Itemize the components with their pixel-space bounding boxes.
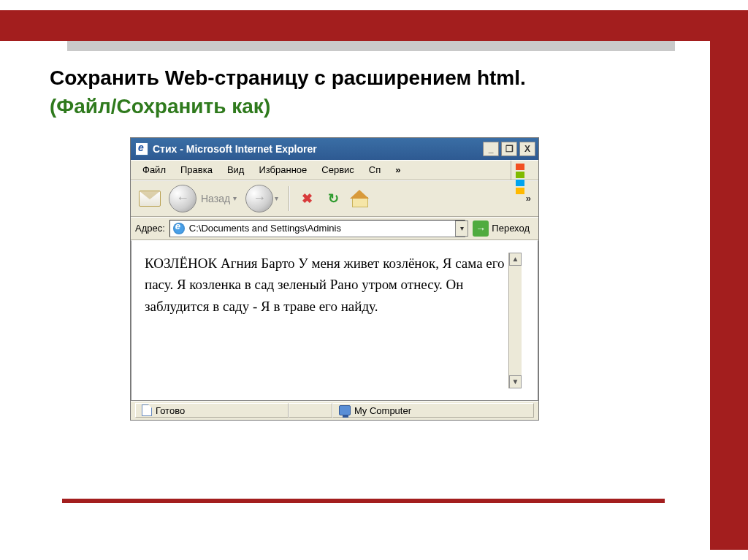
forward-arrow-icon[interactable]: → xyxy=(245,185,273,212)
refresh-icon: ↻ xyxy=(328,191,339,207)
window-titlebar[interactable]: Стих - Microsoft Internet Explorer _ ❐ X xyxy=(131,138,538,160)
status-zone-text: My Computer xyxy=(354,405,411,416)
scroll-up-icon[interactable]: ▲ xyxy=(509,253,522,266)
back-label: Назад xyxy=(198,193,232,204)
close-button[interactable]: X xyxy=(519,142,535,156)
page-viewport: КОЗЛЁНОК Агния Барто У меня живет козлён… xyxy=(131,240,538,401)
back-dropdown-icon[interactable]: ▾ xyxy=(233,194,241,202)
bottom-divider-bar xyxy=(62,499,665,503)
menu-file[interactable]: Файл xyxy=(135,161,173,178)
slide-subtitle: (Файл/Сохранить как) xyxy=(50,95,692,118)
title-underline-shelf xyxy=(67,41,675,51)
home-button[interactable] xyxy=(348,188,370,210)
window-buttons: _ ❐ X xyxy=(483,142,535,156)
windows-flag-icon xyxy=(511,161,538,180)
back-arrow-icon[interactable]: ← xyxy=(169,185,196,212)
address-value: C:\Documents and Settings\Adminis xyxy=(189,223,341,234)
go-button[interactable]: → Переход xyxy=(473,220,534,237)
address-input[interactable]: C:\Documents and Settings\Adminis xyxy=(169,220,466,237)
slide-title: Сохранить Web-страницу с расширением htm… xyxy=(50,64,692,92)
restore-button[interactable]: ❐ xyxy=(501,142,517,156)
status-ready-text: Готово xyxy=(156,405,185,416)
top-accent-bar xyxy=(0,10,748,41)
menu-tools[interactable]: Сервис xyxy=(314,161,362,178)
minimize-button[interactable]: _ xyxy=(483,142,499,156)
menu-edit[interactable]: Правка xyxy=(173,161,220,178)
computer-icon xyxy=(339,405,351,415)
menu-favorites[interactable]: Избранное xyxy=(251,161,314,178)
right-accent-bar xyxy=(710,10,748,550)
page-body-text: КОЗЛЁНОК Агния Барто У меня живет козлён… xyxy=(145,253,508,388)
toolbar-separator xyxy=(289,186,290,211)
ie-window: Стих - Microsoft Internet Explorer _ ❐ X… xyxy=(130,137,539,421)
address-dropdown-icon[interactable]: ▾ xyxy=(455,220,468,237)
address-label: Адрес: xyxy=(135,223,165,234)
back-button-group[interactable]: ← Назад ▾ xyxy=(169,185,241,212)
forward-button-group[interactable]: → ▾ xyxy=(245,185,283,212)
ie-logo-icon xyxy=(135,142,148,156)
page-icon xyxy=(173,223,185,234)
slide-content: Сохранить Web-страницу с расширением htm… xyxy=(50,64,692,421)
slide: Сохранить Web-страницу с расширением htm… xyxy=(0,0,748,560)
forward-dropdown-icon[interactable]: ▾ xyxy=(275,194,283,202)
status-bar: Готово My Computer xyxy=(131,401,538,420)
window-title: Стих - Microsoft Internet Explorer xyxy=(153,143,483,155)
mail-icon[interactable] xyxy=(135,185,164,212)
stop-icon: ✖ xyxy=(302,191,313,207)
toolbar-overflow-icon[interactable]: » xyxy=(526,193,534,204)
menu-partial[interactable]: Сп xyxy=(362,161,388,178)
document-icon xyxy=(142,404,152,416)
scroll-track[interactable] xyxy=(509,266,522,375)
menu-bar: Файл Правка Вид Избранное Сервис Сп » xyxy=(131,160,538,180)
go-arrow-icon: → xyxy=(473,220,489,237)
address-bar: Адрес: C:\Documents and Settings\Adminis… xyxy=(131,217,538,240)
status-zone-cell: My Computer xyxy=(332,403,534,418)
menu-overflow-icon[interactable]: » xyxy=(388,161,408,178)
home-icon xyxy=(351,191,368,206)
refresh-button[interactable]: ↻ xyxy=(322,188,344,210)
vertical-scrollbar[interactable]: ▲ ▼ xyxy=(508,253,522,388)
stop-button[interactable]: ✖ xyxy=(296,188,318,210)
scroll-down-icon[interactable]: ▼ xyxy=(509,375,522,388)
status-ready-cell: Готово xyxy=(135,403,289,418)
go-label: Переход xyxy=(492,223,530,234)
menu-view[interactable]: Вид xyxy=(220,161,252,178)
status-empty-cell xyxy=(289,403,332,418)
toolbar: ← Назад ▾ → ▾ ✖ ↻ » xyxy=(131,180,538,217)
